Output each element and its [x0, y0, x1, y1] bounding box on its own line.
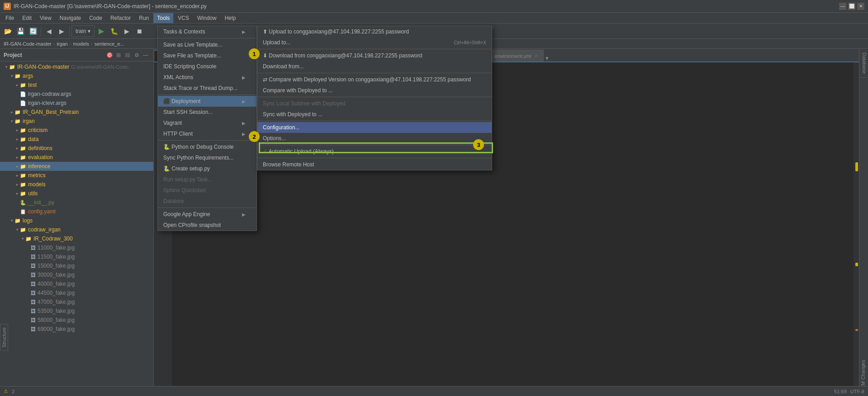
submenu-automatic-upload[interactable]: ✓ Automatic Upload (Always) — [257, 146, 492, 157]
tree-item-config-yaml[interactable]: ▸ 📋 config.yaml — [0, 207, 153, 216]
scrollbar-track[interactable] — [854, 62, 859, 396]
status-line-info: 51:69 — [834, 389, 847, 394]
submenu-browse-remote-host[interactable]: Browse Remote Host — [257, 159, 492, 170]
coverage-button[interactable]: ▶ — [121, 25, 133, 37]
deployment-submenu: ⬆ Upload to conggaoxiang@47.104.198.227:… — [257, 26, 492, 170]
list-item-30000[interactable]: ▸ 🖼 30000_fake.jpg — [0, 270, 153, 279]
tree-item-utils[interactable]: ▸ 📁 utils — [0, 189, 153, 198]
tree-item-irgan-iclevr-args[interactable]: ▸ 📄 irgan-iclevr.args — [0, 99, 153, 108]
run-config-button[interactable]: train ▾ — [71, 25, 95, 37]
submenu-configuration[interactable]: Configuration... — [257, 122, 492, 133]
tools-menu-google-app-engine[interactable]: Google App Engine ▶ — [158, 209, 256, 220]
menu-item-code[interactable]: Code — [85, 13, 106, 23]
submenu-download-from[interactable]: Download from... — [257, 61, 492, 72]
tree-item-test[interactable]: ▸ 📁 test — [0, 80, 153, 90]
tree-item-definitions[interactable]: ▸ 📁 definitions — [0, 144, 153, 153]
minimize-button[interactable]: — — [839, 3, 846, 10]
menu-item-tools[interactable]: Tools — [153, 13, 173, 23]
tree-item-models[interactable]: ▸ 📁 models — [0, 180, 153, 189]
list-item-40000[interactable]: ▸ 🖼 40000_fake.jpg — [0, 279, 153, 288]
breadcrumb-item-3[interactable]: sentence_e... — [95, 41, 124, 47]
list-item-53500[interactable]: ▸ 🖼 53500_fake.jpg — [0, 306, 153, 316]
tools-menu-sync-python-requirements[interactable]: Sync Python Requirements... — [158, 152, 256, 163]
sidebar-settings-button[interactable]: ⚙ — [133, 51, 141, 59]
sidebar-locate-button[interactable]: 🎯 — [105, 51, 114, 59]
tree-item-init-py[interactable]: ▸ 🐍 __init__.py — [0, 198, 153, 207]
tools-menu-ide-scripting[interactable]: IDE Scripting Console — [158, 61, 256, 72]
tree-item-irgan[interactable]: ▾ 📁 irgan — [0, 117, 153, 126]
breadcrumb-item-1[interactable]: irgan — [57, 41, 67, 47]
list-item-11000[interactable]: ▸ 🖼 11000_fake.jpg — [0, 243, 153, 252]
sidebar: Project 🎯 ⊞ ⊟ ⚙ — ▾ 📁 IR-GAN-Code-master… — [0, 49, 154, 396]
submenu-compare-deployed[interactable]: ⇄ Compare with Deployed Version on congg… — [257, 74, 492, 85]
tools-menu-run-setup-task: Run setup.py Task... — [158, 174, 256, 185]
menu-item-navigate[interactable]: Navigate — [56, 13, 85, 23]
tools-menu: Tasks & Contexts ▶ Save as Live Template… — [157, 26, 257, 231]
tree-item-root[interactable]: ▾ 📁 IR-GAN-Code-master G:\saveme\IR-GAN-… — [0, 62, 153, 71]
tree-item-inference[interactable]: ▸ 📁 inference — [0, 162, 153, 171]
save-button[interactable]: 💾 — [14, 25, 26, 37]
open-file-button[interactable]: 📂 — [2, 25, 14, 37]
list-item-15000[interactable]: ▸ 🖼 15000_fake.jpg — [0, 261, 153, 270]
tools-menu-save-file-template[interactable]: Save File as Template... — [158, 50, 256, 61]
tree-item-data[interactable]: ▸ 📁 data — [0, 135, 153, 144]
tree-item-args[interactable]: ▾ 📁 args — [0, 71, 153, 80]
tools-menu-vagrant[interactable]: Vagrant ▶ — [158, 118, 256, 128]
sync-button[interactable]: 🔄 — [27, 25, 39, 37]
tree-item-codraw-irgan[interactable]: ▾ 📁 codraw_irgan — [0, 225, 153, 234]
run-button[interactable]: ▶ — [95, 25, 107, 37]
tools-menu-xml-actions[interactable]: XML Actions ▶ — [158, 72, 256, 83]
tree-item-ir-codraw-300[interactable]: ▾ 📁 IR_Codraw_300 — [0, 234, 153, 243]
tree-item-irgan-codraw-args[interactable]: ▸ 📄 irgan-codraw.args — [0, 90, 153, 99]
tools-menu-open-cprofiler[interactable]: Open CProfile snapshot — [158, 220, 256, 231]
list-item-11500[interactable]: ▸ 🖼 11500_fake.jpg — [0, 252, 153, 261]
tools-menu-stack-trace[interactable]: Stack Trace or Thread Dump... — [158, 83, 256, 94]
stop-button[interactable]: ⏹ — [133, 25, 145, 37]
maximize-button[interactable]: ⬜ — [848, 3, 855, 10]
submenu-sync-deployed-to[interactable]: Sync with Deployed to ... — [257, 109, 492, 120]
submenu-compare-deployed-to[interactable]: Compare with Deployed to ... — [257, 85, 492, 96]
tree-item-logs[interactable]: ▾ 📁 logs — [0, 216, 153, 225]
back-button[interactable]: ◀ — [43, 25, 55, 37]
submenu-download-from-conggaoxiang[interactable]: ⬇ Download from conggaoxiang@47.104.198.… — [257, 50, 492, 61]
tree-item-ir-gan-best-pretrain[interactable]: ▸ 📁 IR_GAN_Best_Pretrain — [0, 108, 153, 117]
sidebar-minimize-button[interactable]: — — [142, 51, 150, 59]
menu-item-refactor[interactable]: Refactor — [107, 13, 134, 23]
tools-menu-python-debug-console[interactable]: 🐍 Python or Debug Console — [158, 141, 256, 152]
submenu-upload-to[interactable]: Upload to... Ctrl+Alt+Shift+X — [257, 37, 492, 48]
tools-menu-start-ssh[interactable]: Start SSH Session... — [158, 107, 256, 118]
submenu-options[interactable]: Options... — [257, 133, 492, 144]
submenu-upload-to-conggaoxiang[interactable]: ⬆ Upload to conggaoxiang@47.104.198.227:… — [257, 26, 492, 37]
sidebar-collapse-button[interactable]: ⊟ — [123, 51, 132, 59]
close-button[interactable]: ✕ — [857, 3, 864, 10]
tools-menu-http-client[interactable]: HTTP Client ▶ — [158, 128, 256, 139]
menu-item-run[interactable]: Run — [135, 13, 152, 23]
list-item-47000[interactable]: ▸ 🖼 47000_fake.jpg — [0, 297, 153, 306]
tools-menu-save-live-template[interactable]: Save as Live Template... — [158, 39, 256, 50]
debug-button[interactable]: 🐛 — [108, 25, 120, 37]
menu-item-vcs[interactable]: VCS — [174, 13, 193, 23]
menu-item-help[interactable]: Help — [221, 13, 240, 23]
breadcrumb-item-0[interactable]: IR-GAN-Code-master — [4, 41, 52, 47]
menu-item-edit[interactable]: Edit — [19, 13, 35, 23]
tree-item-metrics[interactable]: ▸ 📁 metrics — [0, 171, 153, 180]
menu-item-view[interactable]: View — [36, 13, 55, 23]
list-item-69000[interactable]: ▸ 🖼 69000_fake.jpg — [0, 325, 153, 334]
breadcrumb-item-2[interactable]: models — [73, 41, 89, 47]
sidebar-expand-button[interactable]: ⊞ — [114, 51, 123, 59]
tools-menu-deployment[interactable]: ⬛ Deployment ▶ — [158, 96, 256, 107]
tools-menu-create-setup[interactable]: 🐍 Create setup.py — [158, 163, 256, 174]
menu-item-window[interactable]: Window — [194, 13, 220, 23]
sidebar-header: Project 🎯 ⊞ ⊟ ⚙ — — [0, 49, 153, 61]
more-tabs-button[interactable]: ▾ — [544, 55, 550, 61]
menu-item-file[interactable]: File — [2, 13, 18, 23]
tree-item-criticism[interactable]: ▸ 📁 criticism — [0, 126, 153, 135]
database-tab[interactable]: Database — [859, 49, 868, 78]
tree-item-evaluation[interactable]: ▸ 📁 evaluation — [0, 153, 153, 162]
forward-button[interactable]: ▶ — [56, 25, 67, 37]
tools-menu-tasks-contexts[interactable]: Tasks & Contexts ▶ — [158, 26, 256, 37]
list-item-58000[interactable]: ▸ 🖼 58000_fake.jpg — [0, 316, 153, 325]
structure-tab[interactable]: Structure — [0, 324, 8, 351]
sidebar-title: Project — [4, 52, 22, 58]
list-item-44500[interactable]: ▸ 🖼 44500_fake.jpg — [0, 288, 153, 297]
